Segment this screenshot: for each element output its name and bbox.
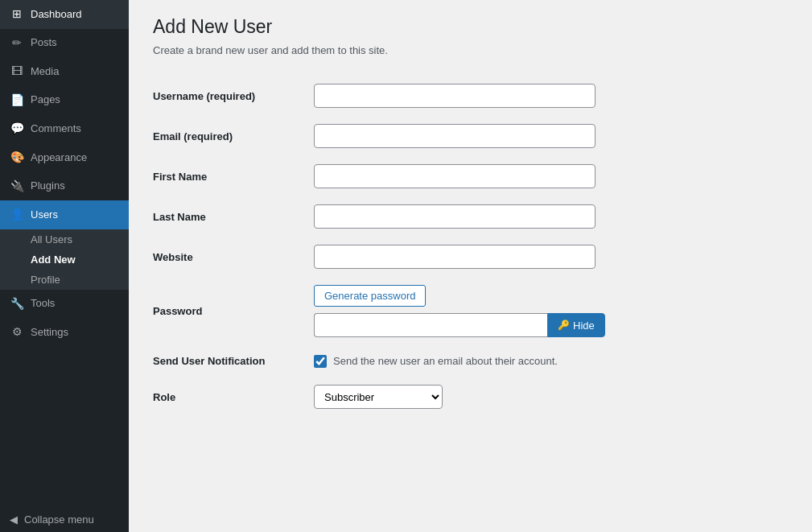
- role-row: Role SubscriberContributorAuthorEditorAd…: [153, 377, 788, 417]
- sidebar-item-pages[interactable]: 📄 Pages: [0, 86, 129, 115]
- collapse-label: Collapse menu: [24, 513, 94, 526]
- page-title: Add New User: [153, 16, 788, 38]
- sidebar-item-label: Plugins: [31, 179, 65, 193]
- sidebar-item-media[interactable]: 🎞 Media: [0, 57, 129, 86]
- lastname-row: Last Name: [153, 196, 788, 237]
- website-input[interactable]: [314, 245, 596, 269]
- password-label: Password: [153, 277, 314, 345]
- email-label: Email (required): [153, 116, 314, 156]
- sidebar: ⊞ Dashboard ✏ Posts 🎞 Media 📄 Pages 💬 Co…: [0, 0, 129, 532]
- sidebar-item-label: Appearance: [31, 151, 87, 165]
- pages-icon: 📄: [10, 93, 24, 109]
- sidebar-item-posts[interactable]: ✏ Posts: [0, 29, 129, 58]
- notification-checkbox[interactable]: [314, 355, 327, 368]
- notification-control: Send the new user an email about their a…: [314, 355, 788, 368]
- sidebar-item-label: Dashboard: [31, 7, 82, 22]
- page-description: Create a brand new user and add them to …: [153, 44, 788, 56]
- posts-icon: ✏: [10, 35, 24, 52]
- dashboard-icon: ⊞: [10, 6, 24, 23]
- sidebar-item-dashboard[interactable]: ⊞ Dashboard: [0, 0, 129, 29]
- notification-row: Send User Notification Send the new user…: [153, 345, 788, 377]
- sidebar-item-label: Tools: [31, 296, 55, 311]
- main-content: Add New User Create a brand new user and…: [129, 0, 812, 532]
- sidebar-item-label: Comments: [31, 122, 81, 136]
- settings-icon: ⚙: [10, 324, 24, 340]
- sidebar-item-comments[interactable]: 💬 Comments: [0, 114, 129, 143]
- sidebar-item-label: Media: [31, 64, 59, 79]
- sidebar-item-tools[interactable]: 🔧 Tools: [0, 290, 129, 319]
- add-user-form: Username (required) Email (required) Fir…: [153, 76, 788, 417]
- username-label: Username (required): [153, 76, 314, 116]
- plugins-icon: 🔌: [10, 179, 24, 195]
- notification-label: Send User Notification: [153, 345, 314, 377]
- username-row: Username (required): [153, 76, 788, 116]
- notification-text: Send the new user an email about their a…: [333, 355, 558, 367]
- sidebar-item-add-new[interactable]: Add New: [0, 250, 129, 270]
- firstname-label: First Name: [153, 156, 314, 196]
- eye-icon: 🔑: [558, 320, 570, 331]
- tools-icon: 🔧: [10, 296, 24, 312]
- comments-icon: 💬: [10, 121, 24, 137]
- generate-password-button[interactable]: Generate password: [314, 285, 426, 307]
- sidebar-item-label: Posts: [31, 35, 57, 50]
- users-icon: 👤: [10, 207, 24, 223]
- users-submenu: All Users Add New Profile: [0, 229, 129, 290]
- sidebar-item-settings[interactable]: ⚙ Settings: [0, 318, 129, 347]
- firstname-input[interactable]: [314, 164, 596, 188]
- role-label: Role: [153, 377, 314, 417]
- sidebar-item-label: Users: [31, 208, 58, 222]
- sidebar-item-all-users[interactable]: All Users: [0, 229, 129, 250]
- collapse-menu[interactable]: ◀ Collapse menu: [0, 507, 129, 532]
- password-controls: Generate password 🔑 Hide: [314, 285, 788, 337]
- firstname-row: First Name: [153, 156, 788, 196]
- hide-password-button[interactable]: 🔑 Hide: [547, 313, 605, 337]
- sidebar-item-users[interactable]: 👤 Users: [0, 200, 129, 229]
- password-input[interactable]: [314, 313, 547, 337]
- collapse-icon: ◀: [10, 513, 18, 526]
- users-arrow: [114, 211, 119, 219]
- sidebar-item-label: Settings: [31, 325, 68, 340]
- sidebar-item-label: Pages: [31, 93, 60, 107]
- email-input[interactable]: [314, 124, 596, 148]
- password-row: Password Generate password 🔑 Hide: [153, 277, 788, 345]
- username-input[interactable]: [314, 84, 596, 108]
- lastname-input[interactable]: [314, 204, 596, 229]
- appearance-icon: 🎨: [10, 150, 24, 166]
- website-label: Website: [153, 237, 314, 277]
- email-row: Email (required): [153, 116, 788, 156]
- sidebar-item-profile[interactable]: Profile: [0, 270, 129, 290]
- media-icon: 🎞: [10, 64, 24, 80]
- lastname-label: Last Name: [153, 196, 314, 237]
- role-select[interactable]: SubscriberContributorAuthorEditorAdminis…: [314, 385, 443, 409]
- website-row: Website: [153, 237, 788, 277]
- sidebar-item-plugins[interactable]: 🔌 Plugins: [0, 172, 129, 201]
- sidebar-item-appearance[interactable]: 🎨 Appearance: [0, 143, 129, 172]
